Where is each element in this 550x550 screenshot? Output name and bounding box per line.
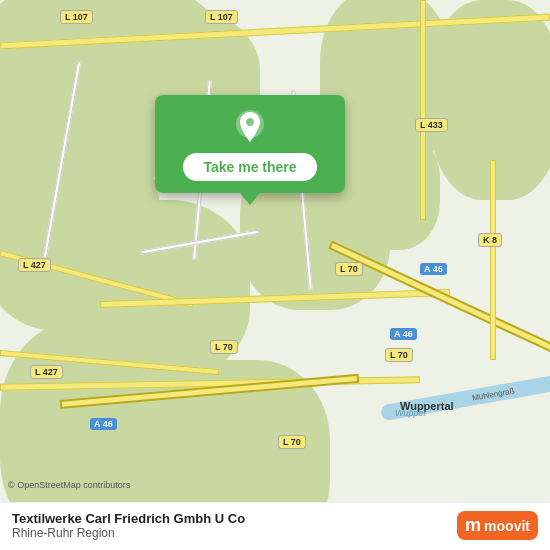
road-label-A46-1: A 46 [420, 263, 447, 275]
moovit-logo: m moovit [457, 511, 538, 540]
road-label-L427-2: L 427 [30, 365, 63, 379]
road-label-L427-1: L 427 [18, 258, 51, 272]
road-label-L70-1: L 70 [335, 262, 363, 276]
road-K8 [490, 160, 496, 360]
popup-card: Take me there [155, 95, 345, 193]
bottom-bar: Textilwerke Carl Friedrich Gmbh U Co Rhi… [0, 502, 550, 550]
location-title: Textilwerke Carl Friedrich Gmbh U Co [12, 511, 245, 526]
map-container: L 107 L 107 L 433 L 427 L 427 L 70 L 70 … [0, 0, 550, 550]
location-subtitle: Rhine-Ruhr Region [12, 526, 245, 540]
road-L433 [420, 0, 426, 220]
location-info: Textilwerke Carl Friedrich Gmbh U Co Rhi… [12, 511, 245, 540]
road-label-K8: K 8 [478, 233, 502, 247]
road-label-L70-3: L 70 [385, 348, 413, 362]
road-label-L70-2: L 70 [210, 340, 238, 354]
road-label-L107-2: L 107 [205, 10, 238, 24]
road-label-L70-4: L 70 [278, 435, 306, 449]
river-label: Wupper [395, 408, 427, 418]
take-me-there-button[interactable]: Take me there [183, 153, 316, 181]
road-label-A46-2: A 46 [390, 328, 417, 340]
road-label-A46-3: A 46 [90, 418, 117, 430]
road-label-L107-1: L 107 [60, 10, 93, 24]
moovit-m-icon: m [465, 515, 481, 536]
location-pin-icon [232, 109, 268, 145]
moovit-text: moovit [484, 518, 530, 534]
road-label-L433: L 433 [415, 118, 448, 132]
map-copyright: © OpenStreetMap contributors [8, 480, 130, 490]
